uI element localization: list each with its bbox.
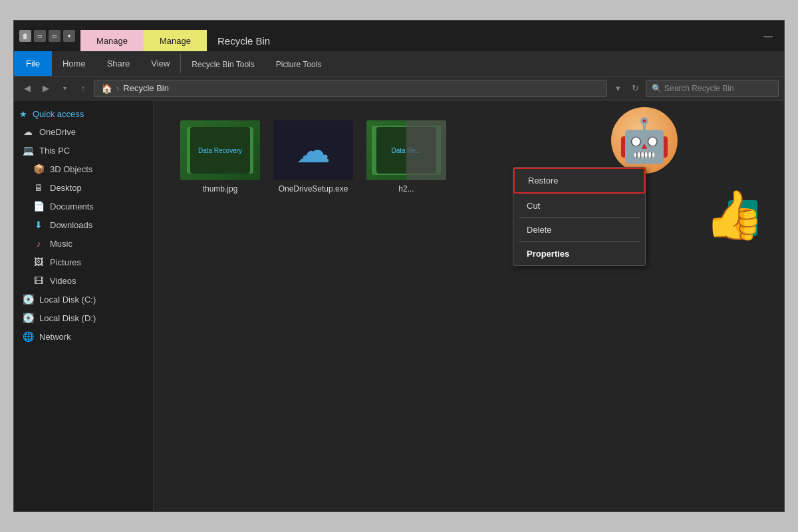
local-disk-c-icon: 💽 (22, 293, 34, 305)
sidebar-item-this-pc[interactable]: 💻 This PC (14, 141, 153, 160)
sidebar-item-label: 3D Objects (50, 164, 92, 174)
title-bar-controls: — (757, 21, 784, 51)
path-home-icon: 🏠 (101, 83, 112, 94)
sidebar-item-label: Desktop (50, 183, 82, 193)
minimize-button[interactable]: — (757, 28, 779, 44)
title-bar: 🗑 ▭ ▭ ▾ Manage Manage Recycle Bin — (14, 21, 784, 51)
desktop-icon: 🖥 (33, 182, 45, 194)
file-thumbnail-thumb-jpg: Data Recovery (180, 120, 260, 180)
file-item-h2[interactable]: Data Re... h2... (366, 120, 446, 194)
file-item-thumb-jpg[interactable]: Data Recovery thumb.jpg (180, 120, 260, 194)
thumb-preview-text: Data Recovery (196, 144, 245, 157)
robot-avatar: 🤖 (611, 107, 678, 174)
videos-icon: 🎞 (33, 275, 45, 287)
nav-back-button[interactable]: ◀ (19, 80, 35, 96)
app-icon: 🗑 (19, 30, 31, 42)
sidebar-item-label: Videos (50, 276, 76, 286)
tab-recycle-bin-title: Recycle Bin (207, 30, 281, 51)
sidebar-item-music[interactable]: ♪ Music (14, 234, 153, 253)
nav-forward-button[interactable]: ▶ (38, 80, 54, 96)
sidebar-item-label: Local Disk (D:) (39, 313, 96, 323)
title-bar-tabs: Manage Manage Recycle Bin (80, 21, 757, 51)
main-area: ★ Quick access ☁ OneDrive 💻 This PC 📦 3D… (14, 100, 784, 511)
ribbon-share-tab[interactable]: Share (96, 51, 141, 76)
sidebar-item-label: Pictures (50, 257, 81, 267)
sidebar-item-label: This PC (39, 146, 70, 156)
network-icon: 🌐 (22, 331, 34, 342)
quick-access-star-icon: ★ (19, 109, 27, 119)
sidebar-item-downloads[interactable]: ⬇ Downloads (14, 215, 153, 234)
path-recycle-bin: Recycle Bin (123, 83, 169, 93)
documents-icon: 📄 (33, 200, 45, 212)
file-item-onedrive-setup[interactable]: ☁ OneDriveSetup.exe (273, 120, 353, 194)
tab-manage-pink[interactable]: Manage (80, 30, 144, 51)
file-thumbnail-h2: Data Re... (366, 120, 446, 180)
sidebar-item-pictures[interactable]: 🖼 Pictures (14, 253, 153, 271)
files-grid: Data Recovery thumb.jpg ☁ OneDriveSetup.… (154, 100, 784, 213)
ribbon-view-tab[interactable]: View (140, 51, 180, 76)
ribbon: File Home Share View Recycle Bin Tools P… (14, 51, 784, 76)
onedrive-cloud-icon: ☁ (296, 130, 331, 170)
context-menu-properties[interactable]: Properties (513, 242, 645, 265)
quick-access-icon2: ▭ (49, 30, 61, 42)
context-menu: Restore Cut Delete Properties (513, 167, 646, 266)
search-icon: 🔍 (652, 84, 662, 93)
music-icon: ♪ (33, 237, 45, 249)
sidebar-item-documents[interactable]: 📄 Documents (14, 197, 153, 215)
sidebar-item-local-disk-c[interactable]: 💽 Local Disk (C:) (14, 290, 153, 309)
address-dropdown-button[interactable]: ▾ (610, 80, 626, 96)
file-thumbnail-onedrive: ☁ (273, 120, 353, 180)
address-bar: ◀ ▶ ▾ ↑ 🏠 › Recycle Bin ▾ ↻ 🔍 Search Rec… (14, 76, 784, 100)
quick-access-icon3: ▾ (63, 30, 75, 42)
file-name-thumb-jpg: thumb.jpg (203, 184, 238, 194)
ribbon-file-tab[interactable]: File (14, 51, 52, 76)
address-refresh-button[interactable]: ↻ (627, 80, 643, 96)
h2-overlay (406, 120, 446, 180)
ribbon-recycle-bin-tools-tab[interactable]: Recycle Bin Tools (181, 51, 265, 76)
sidebar-item-label: Downloads (50, 220, 92, 230)
h2-thumb-bg: Data Re... (366, 120, 446, 180)
sidebar-item-network[interactable]: 🌐 Network (14, 327, 153, 346)
context-menu-cut[interactable]: Cut (513, 194, 645, 217)
thumbs-up-decoration: 👍 (704, 187, 764, 243)
local-disk-d-icon: 💽 (22, 312, 34, 324)
thumbs-group: 👍 (704, 187, 764, 243)
robot-decoration: 🤖 (611, 107, 678, 174)
context-menu-restore[interactable]: Restore (513, 168, 645, 194)
onedrive-icon: ☁ (22, 126, 34, 138)
path-separator: › (116, 83, 119, 93)
sidebar-item-desktop[interactable]: 🖥 Desktop (14, 178, 153, 197)
thumbs-up-icon: 👍 (704, 188, 764, 241)
title-bar-left: 🗑 ▭ ▭ ▾ (14, 21, 80, 51)
search-box[interactable]: 🔍 Search Recycle Bin (646, 80, 779, 97)
ribbon-picture-tools-tab[interactable]: Picture Tools (265, 51, 332, 76)
explorer-window: 🗑 ▭ ▭ ▾ Manage Manage Recycle Bin — File… (13, 20, 785, 512)
quick-access-icon1: ▭ (34, 30, 46, 42)
this-pc-icon: 💻 (22, 144, 34, 156)
sidebar-item-label: Network (39, 332, 71, 342)
sidebar-item-label: OneDrive (39, 127, 76, 137)
tab-manage-yellow[interactable]: Manage (144, 30, 207, 51)
file-name-h2: h2... (398, 184, 414, 194)
context-menu-delete[interactable]: Delete (513, 218, 645, 241)
sidebar: ★ Quick access ☁ OneDrive 💻 This PC 📦 3D… (14, 100, 154, 511)
downloads-icon: ⬇ (33, 219, 45, 231)
nav-up-button[interactable]: ↑ (75, 80, 91, 96)
search-placeholder: Search Recycle Bin (664, 84, 734, 93)
nav-recent-button[interactable]: ▾ (57, 80, 72, 96)
file-name-onedrive: OneDriveSetup.exe (279, 184, 348, 194)
thumb-jpg-preview: Data Recovery (180, 120, 260, 180)
onedrive-thumb-bg: ☁ (273, 120, 353, 180)
sidebar-item-onedrive[interactable]: ☁ OneDrive (14, 122, 153, 141)
pictures-icon: 🖼 (33, 256, 45, 268)
sidebar-item-label: Documents (50, 201, 94, 211)
quick-access-label: Quick access (33, 109, 84, 119)
sidebar-item-videos[interactable]: 🎞 Videos (14, 271, 153, 290)
sidebar-item-label: Music (50, 239, 72, 249)
ribbon-home-tab[interactable]: Home (52, 51, 96, 76)
sidebar-item-3d-objects[interactable]: 📦 3D Objects (14, 160, 153, 178)
sidebar-item-local-disk-d[interactable]: 💽 Local Disk (D:) (14, 309, 153, 327)
address-path[interactable]: 🏠 › Recycle Bin (94, 80, 607, 97)
sidebar-quick-access[interactable]: ★ Quick access (14, 106, 153, 122)
3d-objects-icon: 📦 (33, 163, 45, 175)
